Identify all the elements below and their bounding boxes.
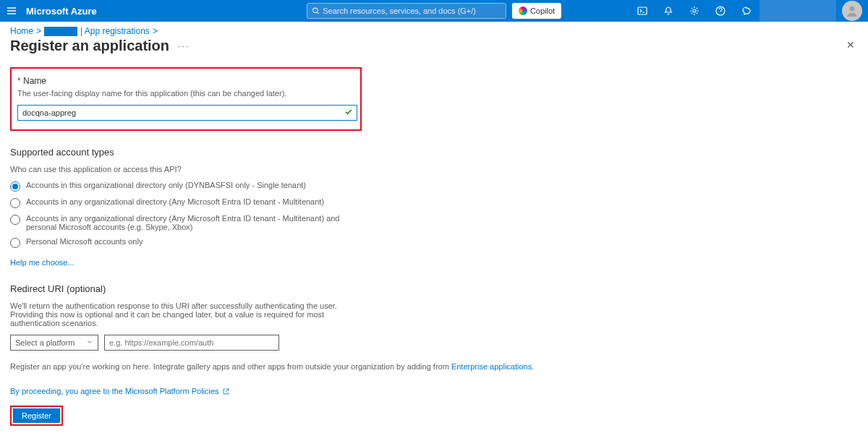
highlight-register-button: Register [10,406,63,426]
copilot-icon [519,7,527,15]
redirect-uri-input[interactable] [104,335,279,351]
radio-icon [10,181,20,192]
cloud-shell-icon[interactable] [629,0,655,22]
brand-label: Microsoft Azure [23,6,97,17]
radio-icon [10,238,20,248]
radio-multitenant[interactable]: Accounts in any organizational directory… [10,197,858,208]
close-icon[interactable]: ✕ [846,39,855,51]
top-bar: Microsoft Azure Copilot [0,0,868,22]
account-types-heading: Supported account types [10,147,858,158]
copilot-label: Copilot [530,7,555,15]
menu-icon[interactable] [0,5,23,17]
radio-multitenant-personal[interactable]: Accounts in any organizational directory… [10,214,343,231]
breadcrumb: Home> | App registrations> [0,22,868,36]
external-link-icon [222,387,230,395]
bottom-note: Register an app you're working on here. … [10,362,858,371]
platform-select[interactable]: Select a platform [10,335,98,351]
bottom-bar: Register an app you're working on here. … [0,356,868,433]
avatar[interactable] [842,1,862,21]
help-me-choose-link[interactable]: Help me choose... [10,258,75,267]
redirect-uri-section: Redirect URI (optional) We'll return the… [10,283,858,351]
name-helper: The user-facing display name for this ap… [17,89,354,98]
radio-icon [10,198,20,208]
account-types-section: Supported account types Who can use this… [10,147,858,267]
search-field[interactable] [323,7,501,15]
chevron-down-icon [86,338,93,347]
breadcrumb-tenant[interactable] [44,27,77,36]
more-icon[interactable]: ··· [178,41,190,51]
name-label: Name [17,76,354,86]
enterprise-apps-link[interactable]: Enterprise applications [451,362,532,371]
radio-single-tenant[interactable]: Accounts in this organizational director… [10,181,858,192]
policy-link[interactable]: By proceeding, you agree to the Microsof… [10,387,219,395]
register-button[interactable]: Register [13,408,60,423]
feedback-icon[interactable] [733,0,760,22]
notifications-icon[interactable] [655,0,681,22]
page-title: Register an application [10,38,169,54]
radio-icon [10,215,20,225]
account-types-subtext: Who can use this application or access t… [10,165,858,173]
redirect-subtext: We'll return the authentication response… [10,301,350,327]
svg-point-8 [850,7,855,12]
svg-line-4 [318,12,319,14]
svg-rect-5 [638,7,647,14]
redirect-heading: Redirect URI (optional) [10,283,858,294]
svg-point-3 [313,8,318,12]
svg-point-6 [693,9,696,12]
radio-personal-only[interactable]: Personal Microsoft accounts only [10,237,858,248]
settings-icon[interactable] [681,0,707,22]
check-icon [344,108,353,119]
account-block[interactable] [760,0,836,22]
search-input[interactable] [307,3,506,19]
copilot-button[interactable]: Copilot [512,3,561,19]
help-icon[interactable] [707,0,733,22]
platform-placeholder: Select a platform [15,338,75,347]
highlight-name-section: Name The user-facing display name for th… [10,67,362,131]
name-input[interactable] [17,105,357,121]
breadcrumb-appreg[interactable]: | App registrations [80,26,150,36]
breadcrumb-home[interactable]: Home [10,26,33,36]
